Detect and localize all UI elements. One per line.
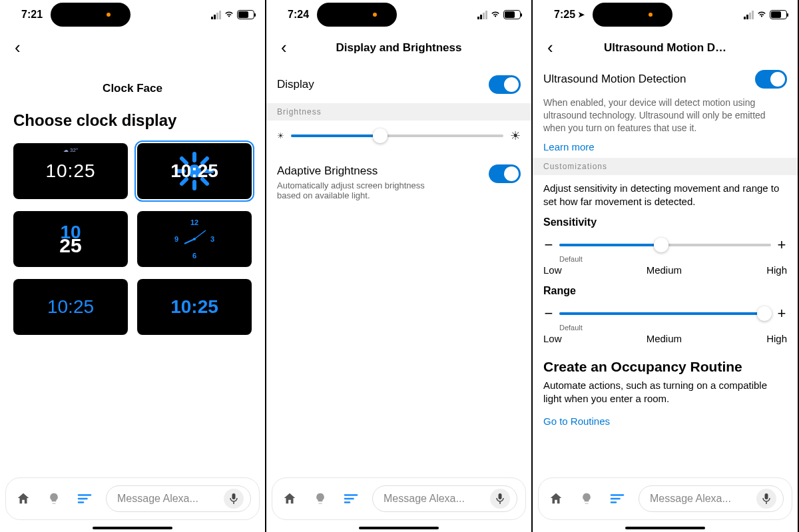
signal-icon xyxy=(477,11,487,19)
bottom-dock: Message Alexa... xyxy=(272,477,526,520)
message-placeholder: Message Alexa... xyxy=(117,493,198,505)
panel-display-brightness: 7:24 70 ‹ Display and Brightness Display… xyxy=(266,0,533,532)
panel-clock-face: 7:21 71 ‹ Clock Face Choose clock displa… xyxy=(0,0,266,532)
plus-icon[interactable]: + xyxy=(776,305,787,322)
menu-icon[interactable] xyxy=(75,493,94,505)
dynamic-island xyxy=(593,3,672,27)
routine-desc: Automate actions, such as turning on a c… xyxy=(533,378,798,410)
plus-icon[interactable]: + xyxy=(776,236,787,254)
svg-line-14 xyxy=(194,230,206,239)
svg-rect-17 xyxy=(499,493,502,499)
home-icon[interactable] xyxy=(280,491,299,506)
section-heading: Choose clock display xyxy=(13,111,252,130)
menu-icon[interactable] xyxy=(608,493,627,505)
clock-tile-thin[interactable]: 10:25 xyxy=(13,279,128,335)
message-placeholder: Message Alexa... xyxy=(650,493,731,505)
svg-rect-16 xyxy=(232,493,236,499)
wifi-icon xyxy=(756,9,767,20)
ultrasound-toggle[interactable] xyxy=(755,70,787,89)
clock-face-grid: ☁ 32° 10:25 10:25 10 25 xyxy=(0,143,265,335)
status-time: 7:24 xyxy=(288,9,309,21)
display-row: Display xyxy=(266,66,531,103)
home-indicator xyxy=(359,527,439,529)
bulb-icon[interactable] xyxy=(311,491,330,506)
clock-tile-weather[interactable]: ☁ 32° 10:25 xyxy=(13,143,128,199)
message-placeholder: Message Alexa... xyxy=(384,493,465,505)
mic-icon[interactable] xyxy=(490,489,510,509)
back-button[interactable]: ‹ xyxy=(543,35,557,61)
bulb-icon[interactable] xyxy=(577,491,596,506)
clock-tile-stacked[interactable]: 10 25 xyxy=(13,211,128,267)
range-row: − + Default xyxy=(533,298,798,332)
adaptive-toggle[interactable] xyxy=(489,164,521,183)
range-heading: Range xyxy=(533,281,798,298)
battery-icon xyxy=(770,10,787,19)
svg-text:6: 6 xyxy=(192,252,196,260)
range-scale: Low Medium High xyxy=(533,332,798,350)
learn-more-link[interactable]: Learn more xyxy=(533,136,605,158)
minus-icon[interactable]: − xyxy=(543,236,554,254)
clock-tile-analog[interactable]: 12 3 6 9 xyxy=(137,211,252,267)
brightness-slider[interactable] xyxy=(291,134,503,137)
status-time: 7:21 xyxy=(21,9,43,21)
wifi-icon xyxy=(490,9,501,20)
location-icon: ➤ xyxy=(578,10,585,19)
page-title: Display and Brightness xyxy=(266,41,531,55)
customizations-label: Customizations xyxy=(533,158,798,175)
wifi-icon xyxy=(224,9,234,20)
svg-text:3: 3 xyxy=(210,235,214,243)
display-toggle[interactable] xyxy=(489,75,521,94)
adaptive-row: Adaptive Brightness Automatically adjust… xyxy=(266,155,531,210)
sensitivity-heading: Sensitivity xyxy=(533,212,798,230)
range-default-label: Default xyxy=(559,324,787,332)
svg-rect-18 xyxy=(765,493,768,499)
bulb-icon[interactable] xyxy=(45,491,63,506)
range-slider[interactable] xyxy=(559,312,771,315)
status-bar: 7:21 71 xyxy=(0,0,265,29)
mic-icon[interactable] xyxy=(224,489,244,509)
brightness-high-icon: ☀ xyxy=(510,129,521,143)
bottom-dock: Message Alexa... xyxy=(538,477,792,520)
battery-icon xyxy=(237,10,254,19)
status-bar: 7:24 70 xyxy=(266,0,531,29)
status-bar: 7:25 ➤ 70 xyxy=(533,0,798,29)
page-title: Clock Face xyxy=(11,82,254,95)
home-icon[interactable] xyxy=(547,491,565,506)
dynamic-island xyxy=(317,3,397,27)
sensitivity-scale: Low Medium High xyxy=(533,263,798,281)
home-icon[interactable] xyxy=(14,491,33,506)
home-indicator xyxy=(625,527,705,529)
signal-icon xyxy=(211,11,221,19)
adaptive-label: Adaptive Brightness xyxy=(277,164,450,178)
dynamic-island xyxy=(51,3,131,27)
brightness-slider-row: ☀ ☀ xyxy=(266,121,531,155)
brightness-low-icon: ☀ xyxy=(277,131,284,140)
message-input[interactable]: Message Alexa... xyxy=(372,485,517,512)
ultrasound-desc: When enabled, your device will detect mo… xyxy=(533,93,798,136)
sensitivity-row: − + Default xyxy=(533,230,798,263)
adaptive-desc: Automatically adjust screen brightness b… xyxy=(277,180,450,200)
brightness-section-label: Brightness xyxy=(266,103,531,121)
display-label: Display xyxy=(277,78,314,91)
back-button[interactable]: ‹ xyxy=(277,35,291,61)
message-input[interactable]: Message Alexa... xyxy=(639,485,784,512)
status-time: 7:25 xyxy=(554,9,575,21)
back-button[interactable]: ‹ xyxy=(11,35,25,61)
ultrasound-label: Ultrasound Motion Detection xyxy=(543,73,686,86)
battery-icon xyxy=(503,10,521,19)
routine-heading: Create an Occupancy Routine xyxy=(533,350,798,378)
signal-icon xyxy=(744,11,754,19)
svg-line-13 xyxy=(184,239,194,244)
clock-tile-bold[interactable]: 10:25 xyxy=(137,279,252,335)
sensitivity-slider[interactable] xyxy=(559,244,771,246)
ultrasound-row: Ultrasound Motion Detection xyxy=(533,66,798,93)
home-indicator xyxy=(93,527,172,529)
menu-icon[interactable] xyxy=(342,493,360,505)
bottom-dock: Message Alexa... xyxy=(5,477,260,520)
message-input[interactable]: Message Alexa... xyxy=(106,485,251,512)
page-title: Ultrasound Motion D… xyxy=(533,41,798,55)
clock-tile-sun[interactable]: 10:25 xyxy=(137,143,252,199)
go-routines-link[interactable]: Go to Routines xyxy=(533,410,621,432)
minus-icon[interactable]: − xyxy=(543,305,554,322)
mic-icon[interactable] xyxy=(756,489,776,509)
